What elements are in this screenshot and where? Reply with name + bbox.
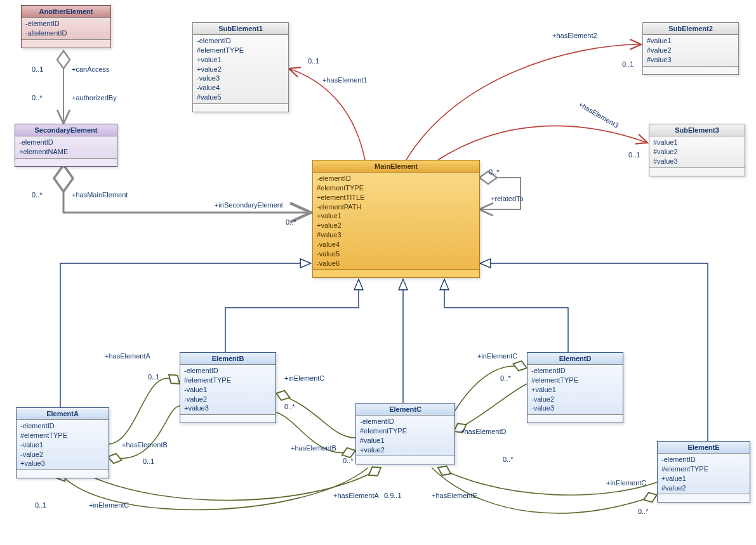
mult: 0..1 — [148, 373, 159, 381]
attr: -value6 — [317, 259, 475, 268]
attr: #value1 — [360, 436, 451, 445]
attr: #elementTYPE — [317, 183, 475, 193]
attr: -value5 — [317, 249, 475, 259]
attr: +value3 — [184, 404, 272, 413]
attr: -value4 — [197, 83, 284, 93]
mult: 0..* — [32, 94, 43, 102]
attr: -elementID — [19, 138, 113, 147]
class-attrs: #value1 #value2 #value3 — [649, 136, 745, 168]
class-element-a: ElementA -elementID #elementTYPE -value1… — [16, 407, 109, 478]
class-title: ElementA — [17, 408, 109, 420]
class-ops — [313, 270, 479, 277]
attr: #value1 — [653, 138, 741, 147]
attr: +elementTITLE — [317, 193, 475, 202]
label-in-secondary-element: +inSecondaryElement — [215, 201, 283, 209]
label-has-element-1: +hasElement1 — [322, 76, 368, 84]
label-has-element-b: +hasElementB — [291, 444, 336, 452]
attr: -elementID — [25, 19, 107, 29]
mult: 0..1 — [308, 57, 319, 65]
mult: 0..* — [638, 508, 649, 515]
mult: 0..* — [343, 457, 354, 464]
class-title: AnotherElement — [22, 6, 110, 18]
label-in-element-c: +inElementC — [477, 352, 517, 360]
class-sub-element-3: SubElement3 #value1 #value2 #value3 — [649, 124, 745, 176]
class-attrs: -elementID #elementTYPE #value1 +value2 — [356, 416, 454, 456]
class-element-d: ElementD -elementID #elementTYPE +value1… — [527, 352, 623, 423]
attr: #elementTYPE — [20, 431, 105, 440]
class-title: SubElement3 — [649, 124, 745, 136]
class-ops — [180, 415, 275, 423]
label-has-element-d: +hasElementD — [460, 428, 506, 435]
class-ops — [356, 456, 454, 464]
label-has-element-e: +hasElementE — [432, 492, 477, 499]
attr: -elementID — [197, 36, 284, 46]
label-has-main-element: +hasMainElement — [72, 191, 128, 199]
label-has-element-a: +hasElementA — [105, 352, 150, 360]
class-attrs: -elementID #elementTYPE +value1 #value2 — [658, 454, 750, 494]
class-attrs: #value1 #value2 #value3 — [643, 35, 738, 67]
attr: #value1 — [647, 36, 734, 46]
attr: +value2 — [317, 221, 475, 230]
class-attrs: -elementID -altelementID — [22, 18, 110, 40]
class-element-e: ElementE -elementID #elementTYPE +value1… — [657, 441, 750, 502]
attr: #elementTYPE — [360, 426, 451, 436]
attr: #value2 — [653, 147, 741, 157]
class-sub-element-1: SubElement1 -elementID #elementTYPE +val… — [192, 22, 289, 112]
attr: -value4 — [317, 240, 475, 249]
mult: 0.9..1 — [384, 492, 402, 499]
class-title: ElementD — [527, 353, 623, 365]
mult: 0..* — [503, 456, 514, 463]
class-ops — [649, 168, 745, 176]
class-ops — [527, 415, 623, 423]
class-ops — [15, 159, 117, 166]
mult: 0..1 — [35, 501, 46, 509]
class-title: SecondaryElement — [15, 124, 117, 136]
mult: 0..1 — [622, 60, 633, 68]
mult: 0..* — [500, 374, 511, 382]
class-title: ElementC — [356, 404, 454, 416]
attr: -value2 — [184, 395, 272, 404]
attr: -value1 — [184, 385, 272, 395]
class-attrs: -elementID #elementTYPE -value1 -value2 … — [17, 420, 109, 470]
attr: #value3 — [647, 55, 734, 65]
label-can-access: +canAccess — [72, 65, 110, 73]
mult: 0..* — [284, 403, 295, 410]
attr: -value3 — [531, 404, 619, 413]
label-in-element-c: +inElementC — [284, 374, 324, 382]
attr: -elementID — [531, 366, 619, 376]
class-secondary-element: SecondaryElement -elementID +elementNAME — [15, 124, 117, 167]
class-attrs: -elementID #elementTYPE +value1 +value2 … — [193, 35, 288, 104]
attr: #value5 — [197, 93, 284, 102]
attr: +value1 — [531, 385, 619, 395]
attr: +value3 — [20, 459, 105, 468]
class-element-b: ElementB -elementID #elementTYPE -value1… — [180, 352, 276, 423]
attr: -value1 — [20, 440, 105, 450]
class-ops — [193, 104, 288, 112]
class-attrs: -elementID +elementNAME — [15, 136, 117, 159]
attr: #elementTYPE — [197, 46, 284, 55]
label-has-element-3: +hasElement3 — [578, 100, 620, 129]
attr: #elementTYPE — [531, 376, 619, 385]
label-has-element-b: +hasElementB — [122, 441, 168, 449]
label-has-element-a: +hasElementA — [333, 492, 379, 499]
class-element-c: ElementC -elementID #elementTYPE #value1… — [355, 403, 455, 464]
class-title: ElementE — [658, 442, 750, 454]
class-attrs: -elementID #elementTYPE +elementTITLE -e… — [313, 173, 479, 270]
mult: 0..1 — [628, 151, 640, 159]
mult: 0..1 — [32, 65, 43, 73]
class-title: SubElement2 — [643, 23, 738, 35]
class-ops — [22, 40, 110, 48]
attr: #value2 — [661, 483, 746, 493]
attr: -value2 — [20, 450, 105, 459]
attr: -value3 — [197, 74, 284, 83]
class-another-element: AnotherElement -elementID -altelementID — [21, 5, 111, 48]
label-in-element-c: +inElementC — [606, 479, 646, 487]
attr: -elementID — [20, 421, 105, 431]
class-sub-element-2: SubElement2 #value1 #value2 #value3 — [642, 22, 739, 75]
label-in-element-c: +inElementC — [89, 501, 129, 509]
mult: 0..* — [32, 191, 43, 199]
attr: +value1 — [317, 211, 475, 221]
mult: 0..* — [286, 218, 296, 226]
attr: #value3 — [653, 157, 741, 166]
attr: +value2 — [197, 65, 284, 74]
